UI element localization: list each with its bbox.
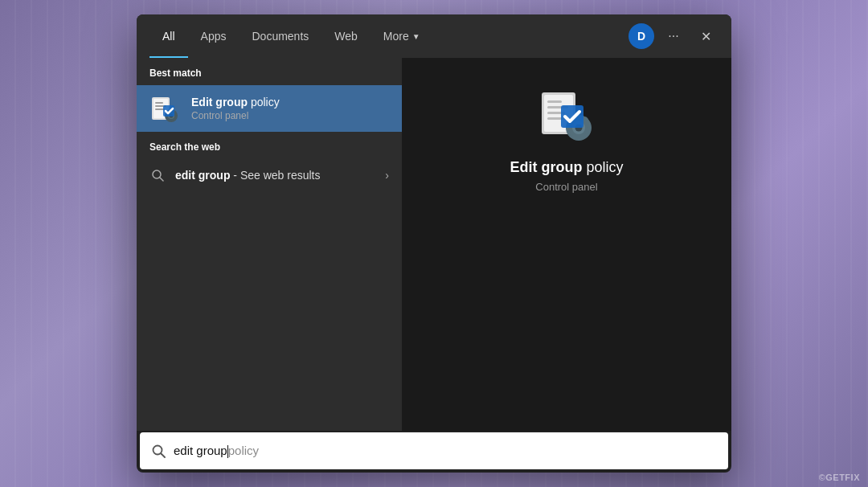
top-bar: All Apps Documents Web More ▼ D ··· [137,14,731,58]
search-window: All Apps Documents Web More ▼ D ··· [137,14,731,473]
svg-rect-17 [547,100,562,103]
svg-line-14 [160,178,163,181]
web-result-text: edit group - See web results [175,169,375,182]
search-input[interactable]: edit grouppolicy [174,444,717,458]
more-options-button[interactable]: ··· [661,23,686,49]
close-icon: ✕ [701,29,711,44]
search-icon [151,444,166,458]
web-result-item[interactable]: edit group - See web results › [137,159,402,191]
result-subtitle: Control panel [191,110,280,121]
group-policy-large-icon [534,82,599,146]
tab-more[interactable]: More ▼ [371,14,433,58]
left-panel: Best match [137,58,402,431]
tabs-nav: All Apps Documents Web More ▼ [149,14,433,58]
svg-rect-9 [170,120,172,122]
search-bar[interactable]: edit grouppolicy [140,432,728,469]
user-avatar-button[interactable]: D [628,23,654,49]
tab-all[interactable]: All [149,14,188,58]
svg-line-34 [162,454,166,458]
search-typed-text: edit group [174,444,227,457]
svg-point-33 [154,446,162,455]
result-text: Edit group policy Control panel [191,96,280,121]
search-suggestion-text: policy [228,444,259,457]
right-panel: Edit group policy Control panel [402,58,731,431]
detail-title: Edit group policy [510,159,623,176]
main-content: Best match [137,58,731,431]
svg-rect-27 [588,127,592,129]
chevron-down-icon: ▼ [412,32,420,41]
svg-rect-25 [578,137,580,141]
best-match-item[interactable]: Edit group policy Control panel [137,85,402,132]
web-section-label: Search the web [137,132,402,159]
web-result-arrow-icon: › [385,169,389,182]
group-policy-small-icon [149,93,180,124]
best-match-label: Best match [137,58,402,85]
tab-apps[interactable]: Apps [188,14,240,58]
close-button[interactable]: ✕ [693,23,719,49]
top-bar-actions: D ··· ✕ [628,23,719,49]
search-web-icon [149,167,166,183]
detail-subtitle: Control panel [535,181,597,193]
tab-documents[interactable]: Documents [239,14,321,58]
watermark: ©GETFIX [819,473,860,482]
svg-rect-2 [155,102,163,104]
tab-web[interactable]: Web [321,14,371,58]
svg-rect-11 [175,115,178,117]
result-title: Edit group policy [191,96,280,108]
